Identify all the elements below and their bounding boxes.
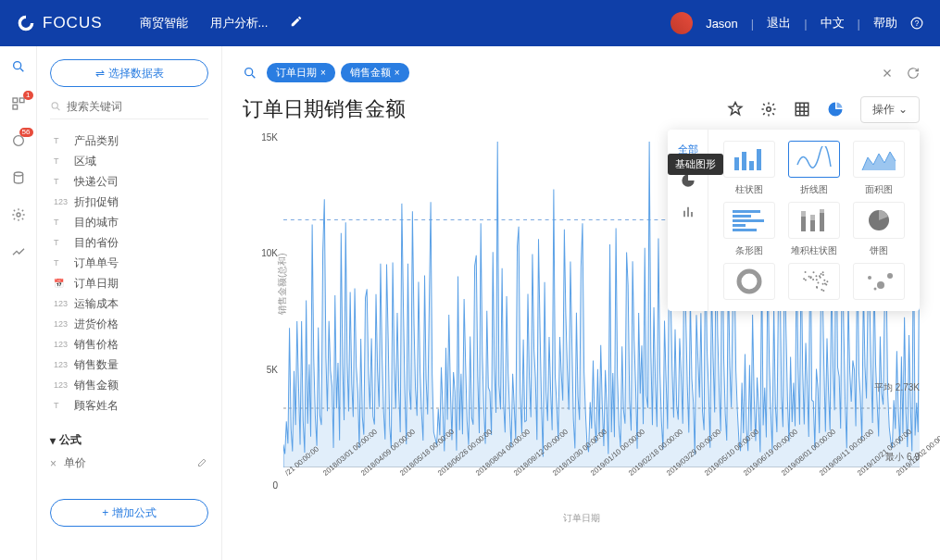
add-formula-button[interactable]: + 增加公式 <box>50 499 208 527</box>
svg-rect-22 <box>733 219 764 222</box>
rail-trend-icon[interactable] <box>9 243 28 261</box>
chart-title-row: 订单日期销售金额 操作⌄ <box>243 95 920 123</box>
chart-type-card[interactable]: 柱状图 <box>720 141 779 196</box>
gallery-tab-pie-icon[interactable] <box>681 173 696 188</box>
query-search-icon[interactable] <box>243 66 257 81</box>
logout-link[interactable]: 退出 <box>767 15 791 31</box>
svg-point-60 <box>887 273 893 279</box>
field-item[interactable]: 123销售金额 <box>54 375 208 395</box>
svg-rect-30 <box>820 209 824 213</box>
actions-dropdown[interactable]: 操作⌄ <box>860 96 920 123</box>
field-item[interactable]: T产品类别 <box>54 131 208 151</box>
username[interactable]: Jason <box>706 17 738 31</box>
svg-point-48 <box>826 280 828 282</box>
nav-user-analysis[interactable]: 用户分析... <box>210 15 269 31</box>
chart-type-card[interactable]: 折线图 <box>784 141 844 196</box>
edit-icon[interactable] <box>290 15 303 28</box>
field-item[interactable]: T区域 <box>54 151 208 171</box>
svg-point-54 <box>821 273 822 275</box>
chart-thumb <box>723 141 775 178</box>
chart-title: 订单日期销售金额 <box>243 95 406 123</box>
svg-point-36 <box>821 289 822 291</box>
field-item[interactable]: 123运输成本 <box>54 293 208 314</box>
query-pill-bar: 订单日期× 销售金额× <box>243 63 920 82</box>
brand-text: FOCUS <box>43 14 103 32</box>
svg-point-41 <box>805 279 807 280</box>
svg-point-6 <box>13 136 23 146</box>
chart-type-label: 柱状图 <box>735 183 763 196</box>
edit-formula-icon[interactable] <box>197 456 208 470</box>
formula-item[interactable]: × 单价 <box>50 455 208 471</box>
chart-type-card[interactable] <box>720 263 779 300</box>
svg-point-52 <box>805 271 807 273</box>
svg-point-7 <box>14 172 22 176</box>
rail-search-icon[interactable] <box>9 57 28 76</box>
refresh-icon[interactable] <box>907 67 920 80</box>
svg-point-51 <box>822 290 824 292</box>
x-axis-labels: /21 00:00:002018/03/01 00:00:002018/04/0… <box>283 467 920 514</box>
svg-rect-20 <box>733 210 760 213</box>
svg-rect-28 <box>810 215 815 220</box>
chart-type-card[interactable] <box>849 263 909 300</box>
field-item[interactable]: 123折扣促销 <box>54 192 208 212</box>
help-icon[interactable]: ? <box>910 17 923 30</box>
chart-type-card[interactable]: 堆积柱状图 <box>784 202 844 257</box>
chart-type-card[interactable]: 面积图 <box>849 141 909 196</box>
svg-rect-3 <box>13 98 18 103</box>
gallery-grid: 柱状图折线图面积图条形图堆积柱状图饼图 <box>708 130 920 311</box>
clear-query-icon[interactable] <box>881 67 894 80</box>
formula-name: 单价 <box>64 455 86 471</box>
gear-icon[interactable] <box>760 101 777 118</box>
pill-close-icon[interactable]: × <box>320 68 326 78</box>
svg-rect-26 <box>801 211 806 217</box>
rail-dashboard-icon[interactable]: 1 <box>9 94 28 113</box>
svg-point-2 <box>13 62 20 69</box>
field-item[interactable]: T顾客姓名 <box>54 395 208 416</box>
svg-point-58 <box>868 276 871 280</box>
chart-type-icon[interactable] <box>827 101 844 118</box>
chart-type-card[interactable]: 饼图 <box>849 202 909 257</box>
chart-type-card[interactable]: 条形图 <box>720 202 779 257</box>
remove-formula-icon[interactable]: × <box>50 457 56 470</box>
field-list: T产品类别T区域T快递公司123折扣促销T目的城市T目的省份T订单单号📅订单日期… <box>50 131 208 416</box>
gallery-tab-bar-icon[interactable] <box>681 205 696 219</box>
field-item[interactable]: T快递公司 <box>54 171 208 192</box>
rail-settings-icon[interactable] <box>9 205 28 224</box>
svg-point-61 <box>874 288 877 291</box>
chart-type-card[interactable] <box>784 263 844 300</box>
field-item[interactable]: T目的城市 <box>54 212 208 232</box>
svg-rect-16 <box>734 157 739 170</box>
select-table-button[interactable]: ⇌选择数据表 <box>50 59 208 87</box>
field-item[interactable]: 123销售价格 <box>54 334 208 355</box>
help-link[interactable]: 帮助 <box>873 15 897 31</box>
chart-thumb <box>723 263 775 300</box>
chart-thumb <box>788 202 840 239</box>
field-item[interactable]: T订单单号 <box>54 253 208 273</box>
table-icon[interactable] <box>794 101 810 118</box>
nav-bi[interactable]: 商贸智能 <box>140 15 188 31</box>
svg-text:?: ? <box>915 19 920 28</box>
svg-rect-21 <box>733 215 751 218</box>
pill-order-date[interactable]: 订单日期× <box>267 63 335 82</box>
svg-point-10 <box>245 68 253 75</box>
formula-section-title: ▾公式 <box>50 432 208 448</box>
avatar[interactable] <box>671 12 693 34</box>
pill-close-icon[interactable]: × <box>395 68 400 78</box>
rail-data-icon[interactable] <box>9 168 28 187</box>
field-item[interactable]: T目的省份 <box>54 232 208 253</box>
field-item[interactable]: 📅订单日期 <box>54 273 208 293</box>
svg-point-43 <box>803 278 805 280</box>
field-item[interactable]: 123进货价格 <box>54 314 208 334</box>
svg-rect-23 <box>733 224 746 227</box>
chart-type-label: 面积图 <box>865 183 893 196</box>
svg-point-9 <box>52 103 57 108</box>
lang-switch[interactable]: 中文 <box>821 15 845 31</box>
sidebar-search-input[interactable] <box>67 100 208 113</box>
pin-icon[interactable] <box>727 101 744 118</box>
field-item[interactable]: 123销售数量 <box>54 355 208 375</box>
rail-alerts-icon[interactable]: 56 <box>9 131 28 150</box>
sidebar-search[interactable] <box>50 100 208 119</box>
pill-sales-amount[interactable]: 销售金额× <box>341 63 409 82</box>
svg-point-32 <box>739 271 759 292</box>
svg-rect-18 <box>749 161 754 170</box>
